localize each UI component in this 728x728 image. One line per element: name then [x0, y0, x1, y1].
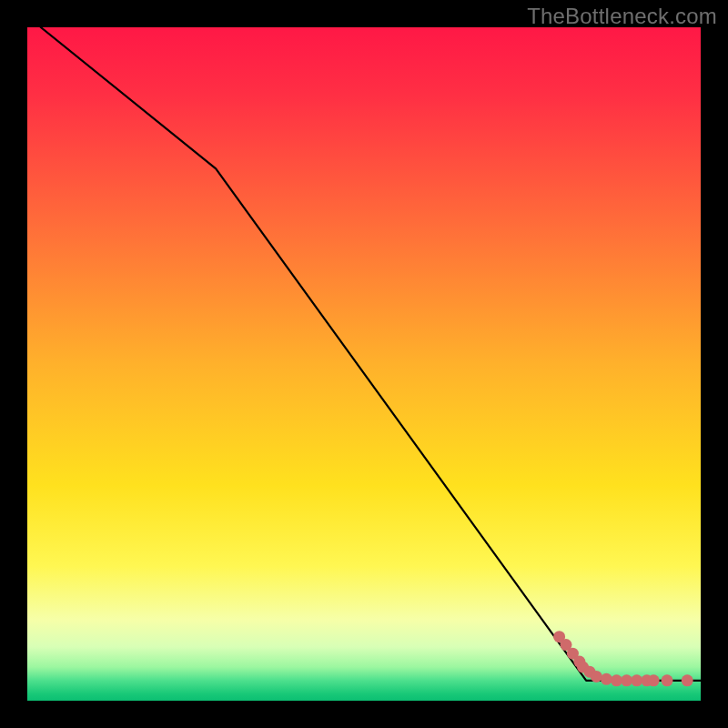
data-marker [621, 674, 632, 686]
data-marker [682, 674, 693, 686]
chart-frame: TheBottleneck.com [0, 0, 728, 728]
data-marker [611, 674, 622, 686]
chart-overlay [27, 27, 701, 701]
data-marker [591, 671, 602, 682]
plot-area [27, 27, 701, 701]
data-marker [631, 674, 642, 686]
data-marker [662, 674, 673, 686]
bottleneck-curve [41, 27, 701, 681]
bottleneck-markers [553, 631, 693, 686]
data-marker [648, 674, 660, 686]
data-marker [601, 673, 612, 685]
watermark-text: TheBottleneck.com [527, 4, 717, 29]
curve-path [41, 27, 701, 681]
